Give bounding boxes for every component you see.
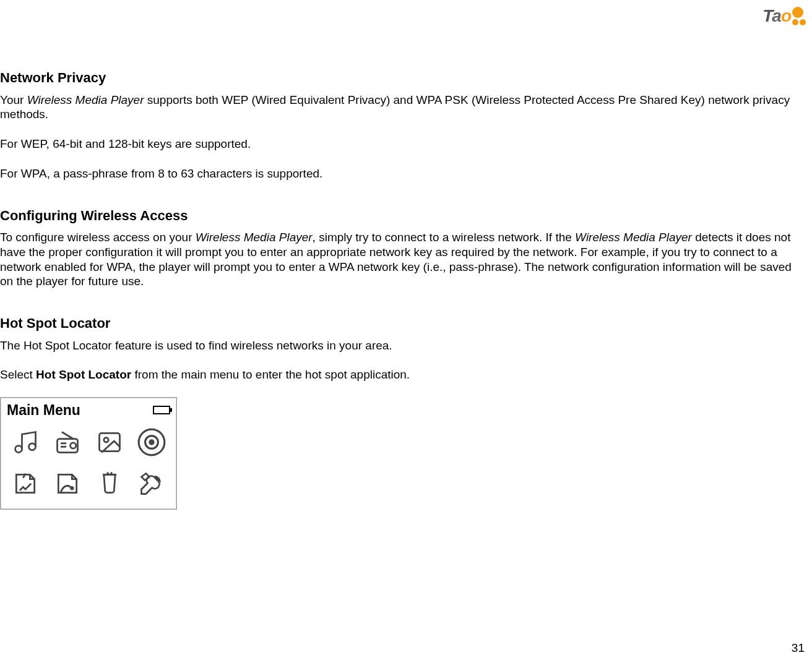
svg-point-4 (71, 443, 76, 448)
text-segment-bold: Hot Spot Locator (36, 368, 131, 381)
config-icon (48, 464, 87, 503)
svg-point-12 (71, 487, 74, 490)
heading-network-privacy: Network Privacy (0, 69, 807, 87)
svg-line-3 (62, 432, 73, 439)
svg-point-11 (150, 440, 153, 444)
svg-point-1 (29, 443, 36, 450)
speaker-icon (132, 423, 171, 462)
text-segment-italic: Wireless Media Player (27, 93, 144, 106)
svg-rect-7 (100, 434, 120, 451)
paragraph-hot-spot-intro: The Hot Spot Locator feature is used to … (0, 338, 807, 353)
battery-icon (153, 406, 170, 414)
text-segment-italic: Wireless Media Player (196, 231, 313, 244)
picture-icon (90, 423, 129, 462)
logo-letter-a: a (772, 6, 781, 25)
main-menu-title: Main Menu (7, 401, 80, 419)
paragraph-configuring-wireless: To configure wireless access on your Wir… (0, 230, 807, 289)
logo-letter-o: o (781, 6, 791, 25)
main-menu-icon-grid (6, 423, 171, 503)
main-menu-title-bar: Main Menu (6, 401, 171, 419)
page-number: 31 (792, 641, 805, 656)
paragraph-network-privacy-intro: Your Wireless Media Player supports both… (0, 93, 807, 122)
logo-letter-t: T (762, 6, 772, 25)
note-icon (6, 464, 45, 503)
radio-icon (48, 423, 87, 462)
section-configuring-wireless: Configuring Wireless Access To configure… (0, 207, 807, 289)
text-segment: from the main menu to enter the hot spot… (131, 368, 410, 381)
section-hot-spot-locator: Hot Spot Locator The Hot Spot Locator fe… (0, 315, 807, 510)
brand-logo: Tao (762, 5, 806, 27)
svg-point-0 (15, 446, 22, 453)
text-segment: Your (0, 93, 27, 106)
text-segment: , simply try to connect to a wireless ne… (313, 231, 576, 244)
text-segment-italic: Wireless Media Player (575, 231, 692, 244)
heading-hot-spot-locator: Hot Spot Locator (0, 315, 807, 332)
document-content: Network Privacy Your Wireless Media Play… (0, 0, 812, 510)
section-network-privacy: Network Privacy Your Wireless Media Play… (0, 69, 807, 181)
tools-icon (132, 464, 171, 503)
svg-point-8 (104, 438, 108, 442)
logo-text: Tao (762, 5, 791, 27)
cup-icon (90, 464, 129, 503)
music-note-icon (6, 423, 45, 462)
paragraph-wpa: For WPA, a pass-phrase from 8 to 63 char… (0, 166, 807, 181)
paragraph-hot-spot-select: Select Hot Spot Locator from the main me… (0, 367, 807, 382)
heading-configuring-wireless: Configuring Wireless Access (0, 207, 807, 225)
logo-dots-icon (792, 7, 806, 25)
text-segment: Select (0, 368, 36, 381)
main-menu-screenshot: Main Menu (0, 397, 177, 510)
paragraph-wep: For WEP, 64-bit and 128-bit keys are sup… (0, 137, 807, 152)
svg-rect-2 (58, 439, 78, 453)
text-segment: To configure wireless access on your (0, 231, 196, 244)
